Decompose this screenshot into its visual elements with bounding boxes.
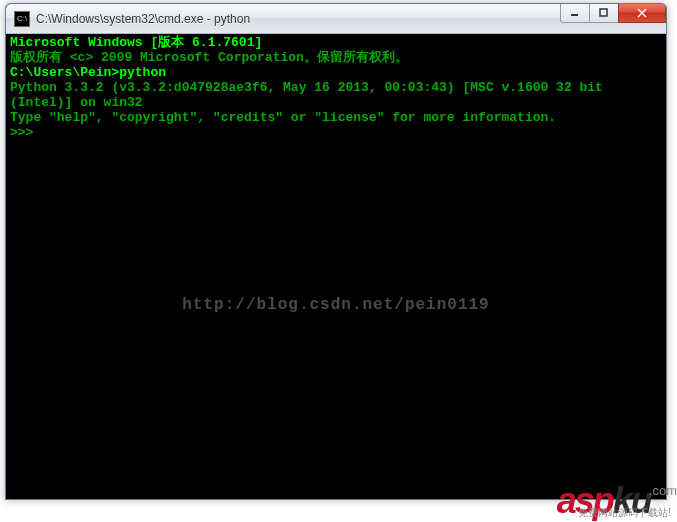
cmd-window: C:\ C:\Windows\system32\cmd.exe - python… (5, 3, 667, 500)
window-title: C:\Windows\system32\cmd.exe - python (36, 12, 250, 26)
terminal-prompt-line: C:\Users\Pein>python (10, 66, 662, 81)
terminal-line: Microsoft Windows [版本 6.1.7601] (10, 36, 662, 51)
window-icon: C:\ (14, 11, 30, 27)
titlebar[interactable]: C:\ C:\Windows\system32\cmd.exe - python (6, 4, 666, 34)
terminal-line: 版权所有 <c> 2009 Microsoft Corporation。保留所有… (10, 51, 662, 66)
minimize-button[interactable] (560, 3, 590, 23)
terminal-line: Python 3.3.2 (v3.3.2:d047928ae3f6, May 1… (10, 81, 662, 111)
logo-tld: .com (649, 483, 677, 498)
terminal-line: Type "help", "copyright", "credits" or "… (10, 111, 662, 126)
maximize-button[interactable] (589, 3, 619, 23)
close-button[interactable] (618, 3, 666, 23)
window-controls (561, 3, 666, 23)
logo-subtitle: 免费网站源码下载站! (578, 506, 671, 520)
terminal-body[interactable]: Microsoft Windows [版本 6.1.7601] 版权所有 <c>… (6, 34, 666, 499)
watermark-text: http://blog.csdn.net/pein0119 (6, 296, 666, 314)
svg-rect-1 (600, 9, 607, 16)
terminal-python-prompt: >>> (10, 126, 662, 141)
